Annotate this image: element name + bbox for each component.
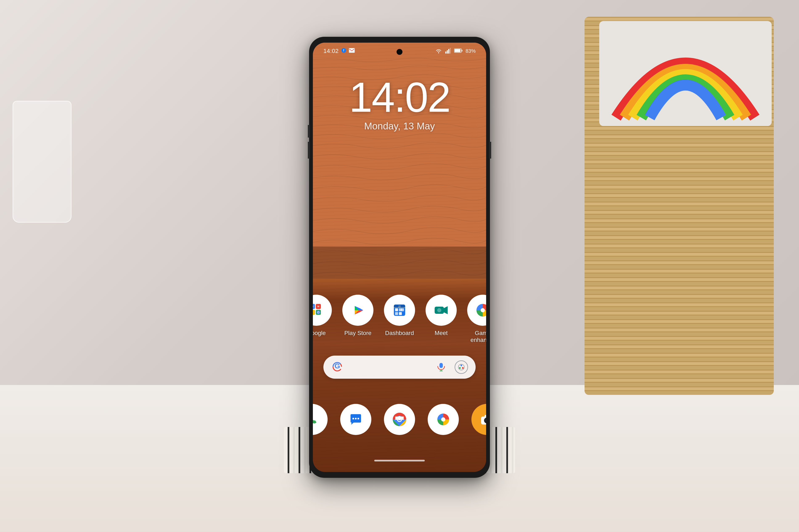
home-indicator[interactable] [374, 460, 425, 461]
dashboard-icon-circle[interactable]: 22 [384, 294, 415, 326]
dashboard-app-icon[interactable]: 22 Dashboard [384, 294, 415, 344]
signal-icon [445, 48, 451, 54]
volume-up-button [308, 125, 310, 137]
photos-dock-icon[interactable] [428, 404, 459, 435]
phone-container: 14:02 f [309, 37, 490, 478]
svg-point-55 [459, 367, 461, 369]
phone-icon-circle[interactable] [313, 404, 328, 435]
svg-rect-36 [395, 312, 398, 315]
game-enhancer-app-label: Game enhancer [467, 329, 486, 344]
svg-text:f: f [343, 49, 344, 52]
svg-rect-49 [439, 363, 443, 368]
chrome-dock-icon[interactable] [384, 404, 415, 435]
clock-display: 14:02 Monday, 13 May [313, 76, 486, 132]
svg-text:G: G [313, 305, 313, 308]
wifi-icon [435, 48, 442, 54]
messages-icon-circle[interactable] [340, 404, 371, 435]
facebook-status-icon: f [341, 48, 346, 54]
svg-rect-37 [399, 312, 402, 315]
svg-point-58 [352, 418, 354, 419]
status-time: 14:02 [323, 48, 339, 54]
meet-app-label: Meet [435, 329, 448, 337]
svg-text:M: M [317, 305, 319, 308]
svg-point-69 [441, 417, 445, 421]
gmail-status-icon [349, 48, 355, 54]
svg-point-56 [313, 411, 320, 428]
play-store-app-label: Play Store [344, 329, 371, 337]
background: 14:02 f [0, 0, 799, 532]
photos-icon-circle[interactable] [428, 404, 459, 435]
status-left: 14:02 f [323, 48, 355, 54]
play-store-app-icon[interactable]: Play Store [342, 294, 374, 344]
google-lens-icon[interactable] [455, 360, 468, 374]
dock-row [313, 404, 486, 435]
svg-rect-9 [447, 50, 448, 54]
svg-point-53 [460, 365, 462, 366]
battery-percent: 83% [466, 48, 476, 54]
google-icon-circle[interactable]: G M ▼ [313, 294, 332, 326]
meet-icon-circle[interactable] [425, 294, 457, 326]
rainbow-decoration [599, 21, 772, 126]
phone-screen: 14:02 f [313, 43, 486, 472]
game-enhancer-app-icon[interactable]: Game enhancer [467, 294, 486, 344]
front-camera [397, 49, 402, 55]
phone-dock-icon[interactable] [313, 404, 328, 435]
svg-point-59 [355, 418, 357, 419]
svg-point-60 [358, 418, 359, 419]
svg-point-46 [481, 308, 485, 312]
svg-point-54 [462, 367, 464, 369]
svg-rect-35 [401, 308, 404, 311]
game-enhancer-icon-circle[interactable] [467, 294, 486, 326]
google-app-icon[interactable]: G M ▼ [313, 294, 332, 344]
camera-dock-icon[interactable] [471, 404, 486, 435]
left-cup [13, 101, 72, 223]
svg-text:G: G [334, 362, 340, 370]
svg-rect-10 [448, 49, 449, 54]
svg-rect-8 [445, 52, 447, 54]
phone-shell: 14:02 f [309, 37, 490, 478]
svg-point-25 [318, 312, 319, 313]
svg-text:▼: ▼ [313, 311, 313, 314]
svg-rect-33 [395, 308, 398, 311]
microphone-icon[interactable] [436, 362, 446, 373]
dashboard-app-label: Dashboard [385, 329, 414, 337]
google-g-logo: G [331, 361, 343, 374]
svg-rect-13 [461, 50, 462, 52]
camera-icon-circle[interactable] [471, 404, 486, 435]
play-store-icon-circle[interactable] [342, 294, 374, 326]
search-bar-inner[interactable]: G [323, 356, 476, 379]
meet-app-icon[interactable]: Meet [425, 294, 457, 344]
status-right: 83% [435, 48, 476, 54]
volume-down-button [308, 142, 310, 158]
clock-time: 14:02 [313, 76, 486, 118]
messages-dock-icon[interactable] [340, 404, 371, 435]
app-icons-row: G M ▼ [313, 294, 486, 344]
svg-text:22: 22 [398, 305, 401, 308]
clock-date: Monday, 13 May [313, 120, 486, 132]
svg-rect-14 [455, 49, 460, 52]
search-bar[interactable]: G [323, 356, 476, 379]
battery-icon [454, 48, 462, 54]
chrome-icon-circle[interactable] [384, 404, 415, 435]
google-app-label: Google [313, 329, 326, 337]
svg-rect-11 [450, 48, 451, 54]
svg-point-67 [397, 416, 402, 420]
power-button [489, 142, 491, 158]
svg-point-44 [437, 308, 441, 312]
